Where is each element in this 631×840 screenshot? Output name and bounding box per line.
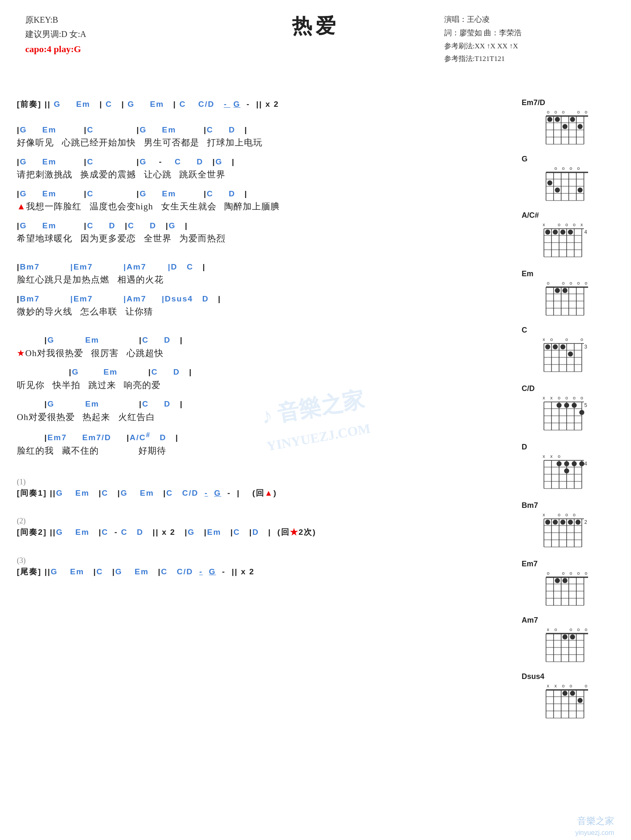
- svg-text:o: o: [558, 454, 560, 459]
- svg-point-213: [562, 691, 567, 696]
- song-body: [前奏] || G Em | C | G Em | C C/D: [17, 98, 517, 724]
- capo-info: capo:4 play:G: [25, 41, 86, 57]
- ch-lyric2: 听见你 快半拍 跳过来 响亮的爱: [17, 378, 509, 393]
- svg-point-96: [560, 344, 565, 349]
- svg-text:o: o: [577, 280, 580, 285]
- svg-text:x: x: [550, 395, 553, 400]
- v1-chord1: |G Em |C |G Em |C D |: [17, 124, 509, 136]
- diagram-em: Em o o o o o: [517, 269, 614, 317]
- diagram-d: D x x o 4: [517, 443, 614, 493]
- svg-point-214: [570, 691, 575, 696]
- svg-text:x: x: [543, 222, 545, 227]
- chord-diagrams: Em7/D o o o o o: [517, 98, 614, 724]
- svg-text:x: x: [543, 454, 545, 459]
- svg-point-157: [553, 520, 558, 525]
- v1-lyric2: 请把刺激挑战 换成爱的震撼 让心跳 跳跃全世界: [17, 168, 509, 182]
- int1-chord: [间奏1] ||G Em |C |G Em |C C/D - G - | (回▲…: [17, 487, 509, 499]
- svg-text:x: x: [581, 222, 583, 227]
- ref-strum: 参考刷法:XX ↑X XX ↑X: [444, 40, 522, 53]
- svg-text:o: o: [585, 109, 587, 114]
- svg-point-94: [545, 344, 550, 349]
- prelude-label: [前奏]: [17, 100, 42, 108]
- svg-text:o: o: [550, 337, 553, 342]
- verse1-line3: |G Em |C |G Em |C D | ▲我想一阵脸红 温度也会变high …: [17, 188, 509, 214]
- pc-lyric1: 脸红心跳只是加热点燃 相遇的火花: [17, 273, 509, 287]
- diagram-label-bm7: Bm7: [522, 501, 538, 510]
- svg-text:x: x: [543, 395, 545, 400]
- svg-text:x: x: [550, 454, 553, 459]
- ch-chord4: |Em7 Em7/D |A/C# D |: [17, 430, 509, 444]
- svg-point-97: [568, 351, 573, 357]
- svg-text:o: o: [573, 512, 575, 517]
- svg-text:o: o: [554, 166, 557, 171]
- svg-text:o: o: [562, 571, 565, 576]
- svg-text:o: o: [565, 222, 568, 227]
- svg-text:o: o: [573, 395, 575, 400]
- diagram-c: C x o o o 3: [517, 326, 614, 376]
- diagram-dsus4: Dsus4 x x o o o: [517, 672, 614, 720]
- svg-point-38: [578, 188, 583, 193]
- v1-lyric4: 希望地球暖化 因为更多爱恋 全世界 为爱而热烈: [17, 232, 509, 246]
- svg-text:o: o: [565, 512, 568, 517]
- svg-text:o: o: [562, 166, 565, 171]
- diagram-label-em7: Em7: [522, 560, 538, 568]
- svg-point-159: [568, 520, 573, 525]
- svg-point-118: [572, 403, 577, 408]
- chorus-line3: |G Em |C D | Oh对爱很热爱 热起来 火红告白: [17, 398, 509, 424]
- v1-chord4: |G Em |C D |C D |G |: [17, 220, 509, 232]
- chorus-line4: |Em7 Em7/D |A/C# D | 脸红的我 藏不住的 好期待: [17, 430, 509, 458]
- outro-chord: [尾奏] ||G Em |C |G Em |C C/D - G - || x 2: [17, 566, 509, 578]
- svg-text:o: o: [565, 337, 568, 342]
- ch-lyric3: Oh对爱很热爱 热起来 火红告白: [17, 410, 509, 425]
- svg-point-20: [578, 124, 583, 129]
- svg-point-95: [553, 344, 558, 349]
- diagram-label-cd: C/D: [522, 384, 535, 393]
- ch-lyric4: 脸红的我 藏不住的 好期待: [17, 444, 509, 458]
- content-area: [前奏] || G Em | C | G Em | C C/D: [17, 98, 614, 724]
- ch-chord2: |G Em |C D |: [17, 366, 509, 378]
- svg-text:o: o: [585, 627, 587, 632]
- diagram-label-g: G: [522, 155, 528, 164]
- pre-chorus-line2: |Bm7 |Em7 |Am7 |Dsus4 D | 微妙的导火线 怎么串联 让你…: [17, 293, 509, 319]
- svg-text:o: o: [547, 571, 549, 576]
- key-info: 原KEY:B: [25, 13, 86, 27]
- diagram-label-am7: Am7: [522, 616, 538, 625]
- pc-chord1: |Bm7 |Em7 |Am7 |D C |: [17, 261, 509, 273]
- pre-chorus-line1: |Bm7 |Em7 |Am7 |D C | 脸红心跳只是加热点燃 相遇的火花: [17, 261, 509, 287]
- svg-text:o: o: [570, 627, 572, 632]
- svg-point-76: [555, 288, 560, 293]
- svg-text:o: o: [570, 166, 572, 171]
- svg-text:o: o: [547, 109, 549, 114]
- svg-point-136: [564, 461, 569, 466]
- diagram-am7: Am7 x o o o o: [517, 616, 614, 664]
- diagram-bm7: Bm7 x o o o 2: [517, 501, 614, 551]
- svg-text:x: x: [547, 683, 549, 688]
- diagram-g: G o o o o: [517, 155, 614, 203]
- svg-text:o: o: [547, 280, 549, 285]
- v1-lyric1: 好像听见 心跳已经开始加快 男生可否都是 打球加上电玩: [17, 136, 509, 150]
- svg-text:o: o: [554, 627, 557, 632]
- verse1-line1: |G Em |C |G Em |C D | 好像听见 心跳已经开始加快 男生可否…: [17, 124, 509, 150]
- pc-chord2: |Bm7 |Em7 |Am7 |Dsus4 D |: [17, 293, 509, 305]
- svg-text:o: o: [585, 683, 587, 688]
- svg-point-138: [579, 461, 584, 466]
- svg-text:o: o: [570, 683, 572, 688]
- meta-right: 演唱：王心凌 詞：廖莹如 曲：李荣浩 参考刷法:XX ↑X XX ↑X 参考指法…: [444, 13, 522, 66]
- performer: 演唱：王心凌: [444, 13, 522, 26]
- svg-text:o: o: [581, 337, 583, 342]
- svg-text:o: o: [562, 280, 565, 285]
- svg-point-17: [555, 117, 560, 122]
- ch-lyric1: ★Oh对我很热爱 很厉害 心跳超快: [17, 346, 509, 361]
- svg-point-139: [564, 468, 569, 473]
- svg-point-59: [568, 230, 573, 235]
- svg-text:o: o: [573, 222, 575, 227]
- page: ♪ 音樂之家YINYUEZJ.COM 音樂之家 yinyuezj.com 热爱 …: [0, 0, 631, 840]
- svg-point-19: [570, 117, 575, 122]
- svg-text:o: o: [558, 222, 560, 227]
- prelude-chord-line: [前奏] || G Em | C | G Em | C C/D: [17, 98, 509, 111]
- chorus-line2: |G Em |C D | 听见你 快半拍 跳过来 响亮的爱: [17, 366, 509, 392]
- verse1-line4: |G Em |C D |C D |G | 希望地球暖化 因为更多爱恋 全世界 为…: [17, 220, 509, 246]
- diagram-label-dsus4: Dsus4: [522, 672, 544, 681]
- svg-text:o: o: [554, 109, 557, 114]
- diagram-em7: Em7 o o o o o: [517, 560, 614, 608]
